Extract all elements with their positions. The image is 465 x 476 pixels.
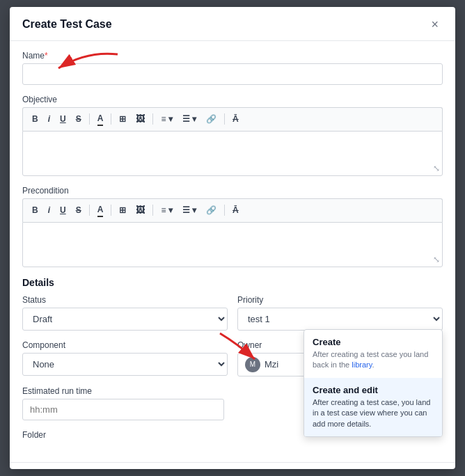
underline-button[interactable]: U [56,112,70,127]
status-select[interactable]: Draft Active [22,308,228,331]
pre-underline-button[interactable]: U [56,203,70,218]
name-input[interactable] [22,63,443,85]
toolbar-sep-1 [89,113,90,125]
estimated-group: Estimated run time [22,386,224,420]
dropdown-create-title: Create [313,337,434,347]
component-select[interactable]: None [22,353,228,376]
dropdown-create-edit-desc: After creating a test case, you land in … [313,397,434,429]
objective-label: Objective [22,95,443,104]
resize-handle-objective: ⤡ [433,164,440,173]
precondition-group: Precondition B i U S A ⊞ 🖼 ≡ ▾ ☰ ▾ [22,186,443,267]
dropdown-create-item[interactable]: Create After creating a test case you la… [304,330,442,378]
owner-avatar: M [245,357,260,372]
toolbar-sep-3 [152,113,153,125]
italic-button[interactable]: i [45,112,54,127]
pre-text-color-button[interactable]: A [94,203,107,219]
component-group: Component None [22,340,228,376]
bold-button[interactable]: B [29,112,42,127]
pre-toolbar-sep-1 [89,205,90,216]
priority-select[interactable]: test 1 High [237,308,443,331]
estimated-input[interactable] [22,399,224,420]
close-button[interactable]: × [427,17,443,32]
ordered-list-button[interactable]: ≡ ▾ [157,112,175,127]
dropdown-create-edit-item[interactable]: Create and edit After creating a test ca… [304,378,442,436]
pre-table-button[interactable]: ⊞ [116,203,129,218]
status-group: Status Draft Active [22,295,228,331]
text-color-button[interactable]: A [94,111,107,127]
unordered-list-button[interactable]: ☰ ▾ [179,112,200,127]
create-dropdown-popup: Create After creating a test case you la… [304,329,443,437]
pre-bold-button[interactable]: B [29,203,42,218]
estimated-label: Estimated run time [22,386,224,396]
pre-link-button[interactable]: 🔗 [203,203,220,218]
objective-toolbar: B i U S A ⊞ 🖼 ≡ ▾ ☰ ▾ 🔗 Ā [22,107,443,131]
dropdown-create-edit-title: Create and edit [313,385,434,395]
priority-group: Priority test 1 High [237,295,443,331]
precondition-label: Precondition [22,186,443,196]
pre-toolbar-sep-4 [224,205,225,216]
library-link[interactable]: library [352,360,372,369]
pre-toolbar-sep-2 [111,205,111,216]
priority-label: Priority [237,295,443,305]
required-star: * [45,51,48,61]
pre-remove-format-button[interactable]: Ā [229,203,242,218]
pre-unordered-list-button[interactable]: ☰ ▾ [179,203,200,218]
dropdown-create-desc: After creating a test case you land back… [313,349,434,371]
remove-format-button[interactable]: Ā [229,112,242,127]
pre-image-button[interactable]: 🖼 [132,203,148,218]
toolbar-sep-2 [111,113,111,125]
pre-ordered-list-button[interactable]: ≡ ▾ [157,203,175,218]
objective-editor[interactable]: ⤡ [22,131,443,176]
name-group: Name* [22,51,443,85]
modal: Create Test Case × Name* Objective B i U… [10,7,455,469]
objective-group: Objective B i U S A ⊞ 🖼 ≡ ▾ ☰ ▾ � [22,95,443,176]
strikethrough-button[interactable]: S [72,112,85,127]
component-label: Component [22,340,228,350]
modal-title: Create Test Case [22,18,112,31]
toolbar-sep-4 [224,113,225,125]
modal-header: Create Test Case × [10,7,455,41]
precondition-editor[interactable]: ⤡ [22,222,443,267]
resize-handle-precondition: ⤡ [433,255,440,264]
pre-italic-button[interactable]: i [45,203,54,218]
table-button[interactable]: ⊞ [116,112,129,127]
pre-toolbar-sep-3 [152,205,153,216]
pre-strikethrough-button[interactable]: S [72,203,85,218]
modal-footer: Create another test case i Cancel Create… [10,462,455,469]
details-title: Details [22,277,443,288]
image-button[interactable]: 🖼 [132,111,148,127]
name-label: Name* [22,51,443,61]
precondition-toolbar: B i U S A ⊞ 🖼 ≡ ▾ ☰ ▾ 🔗 Ā [22,198,443,222]
status-label: Status [22,295,228,305]
link-button[interactable]: 🔗 [203,112,220,127]
status-priority-row: Status Draft Active Priority test 1 High [22,295,443,331]
modal-overlay: Create Test Case × Name* Objective B i U… [0,0,465,476]
